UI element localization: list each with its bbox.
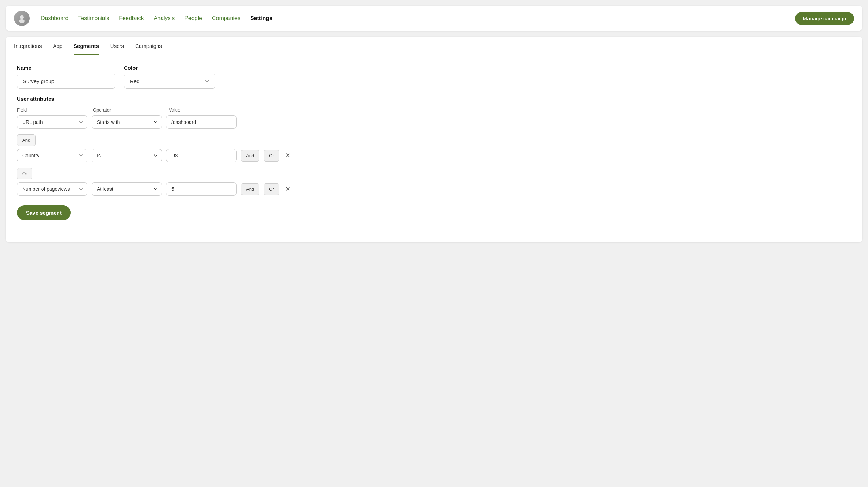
filter-row-3-or-button[interactable]: Or [264,183,279,195]
filter-row-2-value[interactable] [166,149,237,162]
segment-form: Name Color Red Blue Green Yellow Purple … [6,55,862,242]
tab-integrations[interactable]: Integrations [14,37,42,55]
name-label: Name [17,65,115,71]
color-group: Color Red Blue Green Yellow Purple [124,65,215,89]
filter-row-2-operator[interactable]: Starts with Ends with Contains Is [92,149,162,162]
and-connector-button[interactable]: And [17,134,36,146]
tab-segments[interactable]: Segments [74,37,99,55]
filter-row-2-field[interactable]: URL path Country Number of pageviews [17,149,87,162]
nav-analysis[interactable]: Analysis [154,15,175,21]
manage-campaign-button[interactable]: Manage campaign [795,12,854,25]
user-attributes-title: User attributes [17,96,851,102]
filter-row-1-value[interactable] [166,115,237,129]
header: Dashboard Testimonials Feedback Analysis… [6,6,862,31]
tab-users[interactable]: Users [110,37,124,55]
nav-testimonials[interactable]: Testimonials [78,15,109,21]
filter-row-2-remove-button[interactable]: ✕ [284,150,292,161]
tab-app[interactable]: App [53,37,62,55]
avatar[interactable] [14,11,30,26]
svg-point-1 [19,19,25,23]
save-segment-button[interactable]: Save segment [17,205,71,220]
value-column-header: Value [169,107,851,113]
field-column-header: Field [17,107,87,113]
name-color-row: Name Color Red Blue Green Yellow Purple [17,65,851,89]
column-headers: Field Operator Value [17,107,851,113]
filter-row-1-field[interactable]: URL path Country Number of pageviews [17,115,87,129]
filter-row-3-operator[interactable]: At least At most Is Is not [92,182,162,196]
connector-or[interactable]: Or [17,166,851,182]
main-nav: Dashboard Testimonials Feedback Analysis… [41,15,784,21]
nav-companies[interactable]: Companies [212,15,240,21]
filter-row-2-or-button[interactable]: Or [264,150,279,162]
user-attributes-section: User attributes Field Operator Value URL… [17,96,851,220]
nav-dashboard[interactable]: Dashboard [41,15,68,21]
name-group: Name [17,65,115,89]
operator-column-header: Operator [93,107,163,113]
filter-row-3-value[interactable] [166,182,237,196]
filter-row-3-remove-button[interactable]: ✕ [284,184,292,194]
tab-campaigns[interactable]: Campaigns [135,37,162,55]
color-select[interactable]: Red Blue Green Yellow Purple [124,74,215,89]
filter-row-2-and-button[interactable]: And [241,150,259,162]
filter-row-3-and-button[interactable]: And [241,183,259,195]
nav-settings[interactable]: Settings [250,15,272,21]
or-connector-button[interactable]: Or [17,168,32,179]
filter-row-1-operator[interactable]: Starts with Ends with Contains Is [92,115,162,129]
color-label: Color [124,65,215,71]
nav-feedback[interactable]: Feedback [119,15,144,21]
svg-point-0 [20,15,24,19]
content-area: Integrations App Segments Users Campaign… [6,37,862,242]
filter-row-3-field[interactable]: URL path Country Number of pageviews [17,182,87,196]
filter-row-2: URL path Country Number of pageviews Sta… [17,149,851,162]
connector-and[interactable]: And [17,133,851,149]
filter-row-1: URL path Country Number of pageviews Sta… [17,115,851,129]
settings-tabs: Integrations App Segments Users Campaign… [6,37,862,55]
name-input[interactable] [17,74,115,89]
filter-row-3: URL path Country Number of pageviews At … [17,182,851,196]
nav-people[interactable]: People [184,15,202,21]
